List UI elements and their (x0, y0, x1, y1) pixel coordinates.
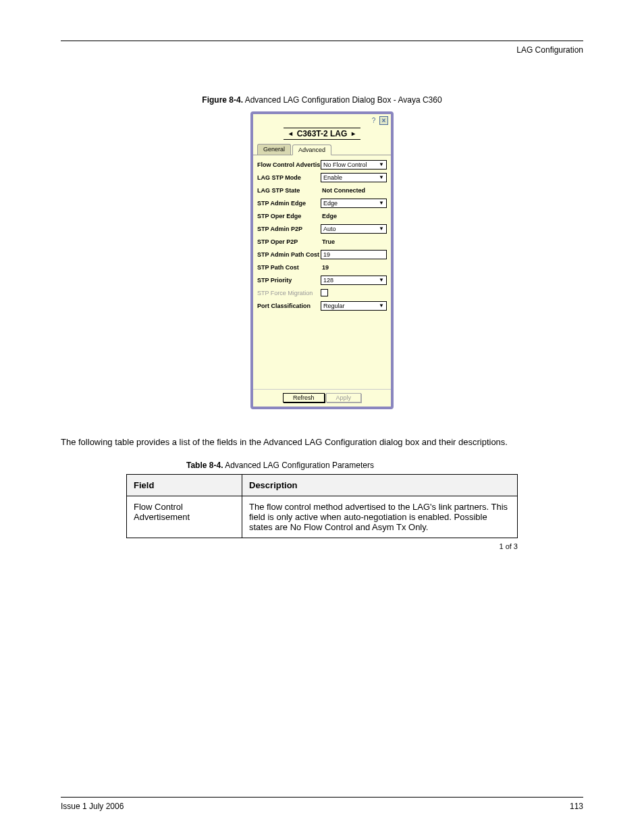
close-icon[interactable]: × (379, 116, 388, 125)
header-section-title: LAG Configuration (61, 45, 583, 55)
apply-button[interactable]: Apply (326, 393, 362, 402)
cell-field: Flow Control Advertisement (127, 496, 242, 538)
footer-page-number: 113 (124, 802, 583, 811)
select-lag-stp-mode[interactable]: Enable (321, 173, 387, 182)
label-stp-admin-edge: STP Admin Edge (257, 200, 321, 207)
label-flow-ctrl-adv: Flow Control Advertis (257, 161, 321, 168)
col-header-description: Description (242, 475, 518, 496)
select-stp-priority[interactable]: 128 (321, 276, 387, 285)
label-stp-priority: STP Priority (257, 277, 321, 284)
intro-paragraph: The following table provides a list of t… (61, 436, 583, 448)
dialog-title: C363T-2 LAG (294, 129, 350, 138)
sheet-indicator: 1 of 3 (61, 542, 518, 550)
figure-label-num: Figure 8-4. (202, 95, 243, 105)
select-flow-ctrl-adv[interactable]: No Flow Control (321, 160, 387, 170)
table-label-text: Advanced LAG Configuration Parameters (225, 461, 374, 470)
help-icon[interactable]: ? (369, 116, 378, 125)
params-table: Field Description Flow Control Advertise… (126, 474, 518, 538)
lag-config-dialog: ? × ◂ C363T-2 LAG ▸ General Advanced Flo… (250, 111, 394, 409)
table-row: Flow Control Advertisement The flow cont… (127, 496, 518, 538)
figure-label-text: Advanced LAG Configuration Dialog Box - … (245, 95, 442, 105)
figure-caption: Figure 8-4. Advanced LAG Configuration D… (61, 95, 583, 105)
refresh-button[interactable]: Refresh (283, 393, 325, 402)
tab-general[interactable]: General (257, 144, 291, 155)
value-stp-path-cost: 19 (321, 264, 329, 271)
tab-advanced[interactable]: Advanced (292, 145, 331, 155)
footer-issue: Issue 1 July 2006 (61, 802, 124, 811)
select-stp-admin-p2p[interactable]: Auto (321, 224, 387, 234)
table-label-num: Table 8-4. (186, 461, 223, 470)
table-caption: Table 8-4. Advanced LAG Configuration Pa… (61, 461, 583, 470)
value-stp-oper-p2p: True (321, 238, 335, 245)
label-stp-force-migration: STP Force Migration (257, 290, 321, 296)
label-stp-admin-path-cost: STP Admin Path Cost (257, 251, 321, 258)
value-stp-oper-edge: Edge (321, 213, 337, 219)
label-port-classification: Port Classification (257, 303, 321, 309)
select-stp-admin-edge[interactable]: Edge (321, 199, 387, 208)
label-stp-oper-p2p: STP Oper P2P (257, 238, 321, 245)
label-lag-stp-state: LAG STP State (257, 187, 321, 194)
label-lag-stp-mode: LAG STP Mode (257, 174, 321, 181)
next-icon[interactable]: ▸ (350, 130, 356, 137)
col-header-field: Field (127, 475, 242, 496)
input-stp-admin-path-cost[interactable]: 19 (321, 250, 387, 259)
cell-description: The flow control method advertised to th… (242, 496, 518, 538)
checkbox-stp-force-migration[interactable] (321, 289, 328, 296)
prev-icon[interactable]: ◂ (288, 130, 294, 137)
label-stp-path-cost: STP Path Cost (257, 264, 321, 271)
label-stp-admin-p2p: STP Admin P2P (257, 226, 321, 232)
label-stp-oper-edge: STP Oper Edge (257, 213, 321, 219)
value-lag-stp-state: Not Connected (321, 187, 365, 194)
select-port-classification[interactable]: Regular (321, 301, 387, 311)
